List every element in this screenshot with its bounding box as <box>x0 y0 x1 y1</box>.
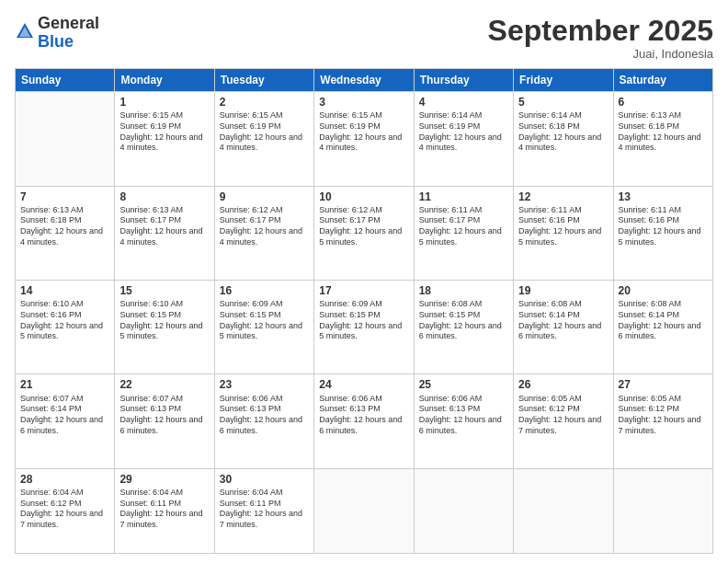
table-row: 14Sunrise: 6:10 AMSunset: 6:16 PMDayligh… <box>16 281 115 374</box>
cell-details: Sunrise: 6:09 AMSunset: 6:15 PMDaylight:… <box>319 299 408 342</box>
sunset-text: Sunset: 6:11 PM <box>119 499 209 510</box>
daylight-text: Daylight: 12 hours and 4 minutes. <box>220 226 309 247</box>
sunrise-text: Sunrise: 6:11 AM <box>419 205 508 216</box>
sunrise-text: Sunrise: 6:14 AM <box>518 110 608 121</box>
sunset-text: Sunset: 6:11 PM <box>220 499 309 510</box>
table-row: 12Sunrise: 6:11 AMSunset: 6:16 PMDayligh… <box>514 186 613 280</box>
cell-details: Sunrise: 6:07 AMSunset: 6:14 PMDaylight:… <box>20 394 109 437</box>
table-row: 16Sunrise: 6:09 AMSunset: 6:15 PMDayligh… <box>214 281 313 374</box>
day-number: 8 <box>119 190 209 204</box>
daylight-text: Daylight: 12 hours and 7 minutes. <box>20 509 109 530</box>
cell-details: Sunrise: 6:14 AMSunset: 6:19 PMDaylight:… <box>419 110 508 154</box>
sunrise-text: Sunrise: 6:07 AM <box>119 394 209 405</box>
daylight-text: Daylight: 12 hours and 5 minutes. <box>220 321 309 342</box>
logo: General Blue <box>15 15 99 52</box>
table-row: 30Sunrise: 6:04 AMSunset: 6:11 PMDayligh… <box>214 468 313 553</box>
cell-details: Sunrise: 6:14 AMSunset: 6:18 PMDaylight:… <box>518 110 608 154</box>
daylight-text: Daylight: 12 hours and 5 minutes. <box>419 226 508 247</box>
sunset-text: Sunset: 6:17 PM <box>419 215 508 226</box>
calendar-week-row: 28Sunrise: 6:04 AMSunset: 6:12 PMDayligh… <box>16 468 713 553</box>
cell-details: Sunrise: 6:06 AMSunset: 6:13 PMDaylight:… <box>220 394 309 437</box>
day-number: 12 <box>518 190 608 204</box>
sunset-text: Sunset: 6:14 PM <box>619 310 708 321</box>
sunset-text: Sunset: 6:13 PM <box>119 404 209 415</box>
cell-details: Sunrise: 6:04 AMSunset: 6:11 PMDaylight:… <box>119 488 209 531</box>
col-sunday: Sunday <box>16 69 115 92</box>
calendar-table: Sunday Monday Tuesday Wednesday Thursday… <box>15 68 713 554</box>
cell-details: Sunrise: 6:11 AMSunset: 6:16 PMDaylight:… <box>619 205 708 248</box>
daylight-text: Daylight: 12 hours and 5 minutes. <box>119 321 209 342</box>
sunrise-text: Sunrise: 6:09 AM <box>319 299 408 310</box>
sunset-text: Sunset: 6:19 PM <box>319 121 408 132</box>
day-number: 27 <box>619 377 708 392</box>
sunset-text: Sunset: 6:19 PM <box>419 121 508 132</box>
day-number: 20 <box>619 283 708 298</box>
daylight-text: Daylight: 12 hours and 7 minutes. <box>220 509 309 530</box>
sunrise-text: Sunrise: 6:05 AM <box>619 394 708 405</box>
cell-details: Sunrise: 6:10 AMSunset: 6:15 PMDaylight:… <box>119 299 209 342</box>
table-row: 2Sunrise: 6:15 AMSunset: 6:19 PMDaylight… <box>214 92 313 186</box>
sunset-text: Sunset: 6:13 PM <box>220 404 309 415</box>
day-number: 7 <box>20 190 109 204</box>
cell-details: Sunrise: 6:11 AMSunset: 6:17 PMDaylight:… <box>419 205 508 248</box>
table-row: 19Sunrise: 6:08 AMSunset: 6:14 PMDayligh… <box>514 281 613 374</box>
sunset-text: Sunset: 6:19 PM <box>220 121 309 132</box>
sunset-text: Sunset: 6:15 PM <box>319 310 408 321</box>
table-row: 11Sunrise: 6:11 AMSunset: 6:17 PMDayligh… <box>414 186 513 280</box>
day-number: 24 <box>319 377 408 392</box>
day-number: 14 <box>20 283 109 298</box>
day-number: 3 <box>319 95 408 109</box>
table-row: 25Sunrise: 6:06 AMSunset: 6:13 PMDayligh… <box>414 374 513 468</box>
day-number: 13 <box>619 190 708 204</box>
sunset-text: Sunset: 6:12 PM <box>518 404 608 415</box>
table-row <box>314 468 414 553</box>
table-row: 5Sunrise: 6:14 AMSunset: 6:18 PMDaylight… <box>514 92 613 186</box>
daylight-text: Daylight: 12 hours and 4 minutes. <box>119 132 209 154</box>
cell-details: Sunrise: 6:10 AMSunset: 6:16 PMDaylight:… <box>20 299 109 342</box>
sunset-text: Sunset: 6:17 PM <box>220 215 309 226</box>
calendar-week-row: 1Sunrise: 6:15 AMSunset: 6:19 PMDaylight… <box>16 92 713 186</box>
sunset-text: Sunset: 6:18 PM <box>20 215 109 226</box>
table-row <box>16 92 115 186</box>
daylight-text: Daylight: 12 hours and 6 minutes. <box>619 321 708 342</box>
day-number: 10 <box>319 190 408 204</box>
table-row: 23Sunrise: 6:06 AMSunset: 6:13 PMDayligh… <box>214 374 313 468</box>
logo-general-text: General <box>38 14 99 32</box>
location-subtitle: Juai, Indonesia <box>488 47 713 61</box>
logo-blue-text: Blue <box>38 32 74 51</box>
sunrise-text: Sunrise: 6:04 AM <box>20 488 109 499</box>
daylight-text: Daylight: 12 hours and 6 minutes. <box>319 415 408 436</box>
day-number: 16 <box>220 283 309 298</box>
table-row: 3Sunrise: 6:15 AMSunset: 6:19 PMDaylight… <box>314 92 414 186</box>
cell-details: Sunrise: 6:07 AMSunset: 6:13 PMDaylight:… <box>119 394 209 437</box>
table-row: 7Sunrise: 6:13 AMSunset: 6:18 PMDaylight… <box>16 186 115 280</box>
sunset-text: Sunset: 6:12 PM <box>619 404 708 415</box>
daylight-text: Daylight: 12 hours and 5 minutes. <box>518 226 608 247</box>
sunset-text: Sunset: 6:17 PM <box>119 215 209 226</box>
day-number: 2 <box>220 95 309 109</box>
calendar-week-row: 7Sunrise: 6:13 AMSunset: 6:18 PMDaylight… <box>16 186 713 280</box>
sunset-text: Sunset: 6:13 PM <box>419 404 508 415</box>
cell-details: Sunrise: 6:08 AMSunset: 6:14 PMDaylight:… <box>619 299 708 342</box>
col-friday: Friday <box>514 69 613 92</box>
sunset-text: Sunset: 6:14 PM <box>20 404 109 415</box>
cell-details: Sunrise: 6:12 AMSunset: 6:17 PMDaylight:… <box>319 205 408 248</box>
page-header: General Blue September 2025 Juai, Indone… <box>15 15 713 61</box>
cell-details: Sunrise: 6:12 AMSunset: 6:17 PMDaylight:… <box>220 205 309 248</box>
col-thursday: Thursday <box>414 69 513 92</box>
col-tuesday: Tuesday <box>214 69 313 92</box>
sunrise-text: Sunrise: 6:15 AM <box>220 110 309 121</box>
table-row: 20Sunrise: 6:08 AMSunset: 6:14 PMDayligh… <box>613 281 712 374</box>
sunset-text: Sunset: 6:17 PM <box>319 215 408 226</box>
table-row: 29Sunrise: 6:04 AMSunset: 6:11 PMDayligh… <box>115 468 214 553</box>
table-row: 6Sunrise: 6:13 AMSunset: 6:18 PMDaylight… <box>613 92 712 186</box>
sunrise-text: Sunrise: 6:15 AM <box>119 110 209 121</box>
sunset-text: Sunset: 6:13 PM <box>319 404 408 415</box>
table-row: 18Sunrise: 6:08 AMSunset: 6:15 PMDayligh… <box>414 281 513 374</box>
sunrise-text: Sunrise: 6:06 AM <box>220 394 309 405</box>
table-row <box>414 468 513 553</box>
sunrise-text: Sunrise: 6:06 AM <box>419 394 508 405</box>
day-number: 4 <box>419 95 508 109</box>
cell-details: Sunrise: 6:13 AMSunset: 6:17 PMDaylight:… <box>119 205 209 248</box>
table-row: 4Sunrise: 6:14 AMSunset: 6:19 PMDaylight… <box>414 92 513 186</box>
